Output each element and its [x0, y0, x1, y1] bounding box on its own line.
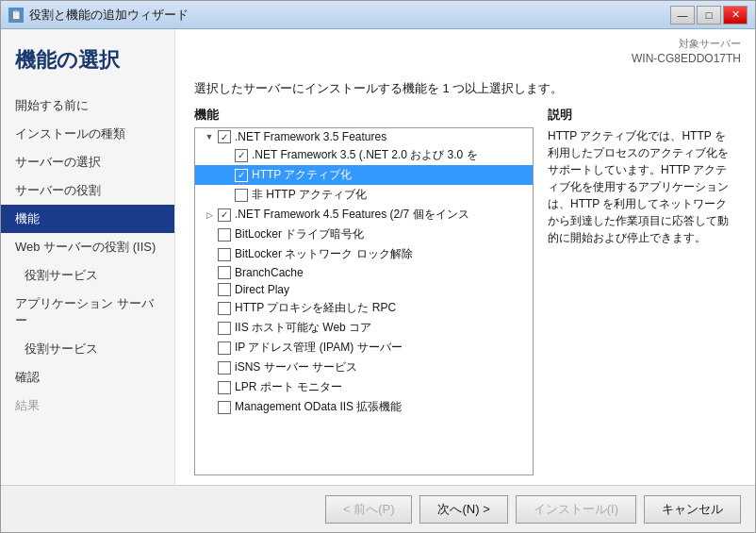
feature-item[interactable]: ▼✓.NET Framework 3.5 Features: [195, 128, 533, 145]
feature-label: Direct Play: [235, 283, 289, 296]
description-panel: 説明 HTTP アクティブ化では、HTTP を利用したプロセスのアクティブ化をサ…: [548, 107, 736, 475]
page-title: 機能の選択: [1, 48, 174, 92]
checkbox[interactable]: ✓: [218, 208, 231, 222]
features-panel: 機能 ▼✓.NET Framework 3.5 Features✓.NET Fr…: [194, 107, 534, 475]
checkbox[interactable]: ✓: [235, 149, 248, 162]
checkbox[interactable]: [218, 361, 231, 375]
close-button[interactable]: ✕: [723, 6, 748, 25]
content-header: 対象サーバー WIN-CG8EDDO17TH: [175, 29, 755, 71]
feature-label: BitLocker ドライブ暗号化: [235, 226, 364, 242]
feature-item[interactable]: BranchCache: [195, 264, 533, 281]
checkbox[interactable]: ✓: [218, 130, 231, 143]
feature-label: HTTP プロキシを経由した RPC: [235, 300, 396, 316]
checkbox[interactable]: [218, 283, 231, 296]
prev-button[interactable]: < 前へ(P): [325, 495, 413, 524]
sidebar-item[interactable]: 機能: [1, 205, 174, 233]
maximize-button[interactable]: □: [697, 6, 721, 25]
feature-label: IIS ホスト可能な Web コア: [235, 320, 371, 336]
checkbox[interactable]: [218, 381, 231, 394]
checkbox[interactable]: [218, 401, 231, 414]
content-body: 選択したサーバーにインストールする機能を 1 つ以上選択します。 機能 ▼✓.N…: [175, 71, 755, 485]
feature-label: iSNS サーバー サービス: [235, 359, 357, 375]
minimize-button[interactable]: —: [670, 6, 695, 25]
features-list[interactable]: ▼✓.NET Framework 3.5 Features✓.NET Frame…: [194, 127, 534, 475]
feature-label: BranchCache: [235, 266, 304, 279]
sidebar-item[interactable]: インストールの種類: [1, 120, 174, 148]
sidebar-item[interactable]: 開始する前に: [1, 92, 174, 120]
feature-label: .NET Framework 3.5 (.NET 2.0 および 3.0 を: [252, 147, 478, 163]
feature-item[interactable]: ✓HTTP アクティブ化: [195, 165, 533, 185]
main-window: 📋 役割と機能の追加ウィザード — □ ✕ 機能の選択 開始する前にインストール…: [0, 0, 756, 533]
title-bar: 📋 役割と機能の追加ウィザード — □ ✕: [1, 1, 755, 29]
cancel-button[interactable]: キャンセル: [644, 495, 741, 524]
expand-icon[interactable]: ▼: [203, 130, 216, 143]
sidebar-item[interactable]: Web サーバーの役割 (IIS): [1, 233, 174, 261]
checkbox[interactable]: [218, 228, 231, 242]
sidebar: 機能の選択 開始する前にインストールの種類サーバーの選択サーバーの役割機能Web…: [1, 29, 175, 485]
sidebar-item[interactable]: 確認: [1, 363, 174, 391]
feature-item[interactable]: ✓.NET Framework 3.5 (.NET 2.0 および 3.0 を: [195, 145, 533, 165]
features-label: 機能: [194, 107, 534, 124]
checkbox[interactable]: [218, 341, 231, 355]
feature-item[interactable]: 非 HTTP アクティブ化: [195, 185, 533, 205]
sidebar-item: 結果: [1, 391, 174, 420]
feature-item[interactable]: Direct Play: [195, 281, 533, 298]
feature-label: BitLocker ネットワーク ロック解除: [235, 246, 413, 262]
content-columns: 機能 ▼✓.NET Framework 3.5 Features✓.NET Fr…: [194, 107, 736, 475]
title-bar-buttons: — □ ✕: [670, 6, 748, 25]
checkbox[interactable]: [218, 266, 231, 279]
checkbox[interactable]: [218, 322, 231, 335]
feature-label: .NET Framework 3.5 Features: [235, 130, 386, 143]
checkbox[interactable]: [218, 302, 231, 315]
feature-item[interactable]: Management OData IIS 拡張機能: [195, 397, 533, 417]
feature-item[interactable]: BitLocker ドライブ暗号化: [195, 225, 533, 244]
description-label: 説明: [548, 107, 736, 124]
sidebar-item[interactable]: サーバーの役割: [1, 176, 174, 205]
window-icon: 📋: [8, 8, 24, 23]
feature-label: LPR ポート モニター: [235, 379, 342, 395]
feature-label: HTTP アクティブ化: [252, 167, 352, 183]
feature-label: IP アドレス管理 (IPAM) サーバー: [235, 340, 403, 356]
sidebar-item[interactable]: サーバーの選択: [1, 148, 174, 176]
main-content: 機能の選択 開始する前にインストールの種類サーバーの選択サーバーの役割機能Web…: [1, 29, 755, 485]
sidebar-item[interactable]: 役割サービス: [1, 261, 174, 290]
feature-item[interactable]: LPR ポート モニター: [195, 377, 533, 397]
feature-label: 非 HTTP アクティブ化: [252, 187, 367, 203]
feature-item[interactable]: HTTP プロキシを経由した RPC: [195, 298, 533, 318]
bottom-bar: < 前へ(P) 次へ(N) > インストール(I) キャンセル: [1, 485, 755, 532]
server-info: 対象サーバー WIN-CG8EDDO17TH: [632, 37, 741, 67]
checkbox[interactable]: [235, 189, 248, 202]
server-label: 対象サーバー: [632, 37, 741, 51]
title-bar-left: 📋 役割と機能の追加ウィザード: [8, 7, 189, 24]
expand-icon[interactable]: ▷: [203, 208, 216, 222]
checkbox[interactable]: [218, 248, 231, 261]
next-button[interactable]: 次へ(N) >: [419, 495, 507, 524]
feature-label: .NET Framework 4.5 Features (2/7 個をインス: [235, 207, 469, 223]
feature-item[interactable]: iSNS サーバー サービス: [195, 358, 533, 377]
feature-item[interactable]: IP アドレス管理 (IPAM) サーバー: [195, 338, 533, 358]
feature-item[interactable]: BitLocker ネットワーク ロック解除: [195, 244, 533, 264]
content-area: 対象サーバー WIN-CG8EDDO17TH 選択したサーバーにインストールする…: [175, 29, 755, 485]
checkbox[interactable]: ✓: [235, 169, 248, 182]
feature-item[interactable]: ▷✓.NET Framework 4.5 Features (2/7 個をインス: [195, 205, 533, 225]
sidebar-item[interactable]: アプリケーション サーバー: [1, 290, 174, 335]
server-name: WIN-CG8EDDO17TH: [632, 51, 741, 67]
install-button[interactable]: インストール(I): [516, 495, 636, 524]
feature-label: Management OData IIS 拡張機能: [235, 399, 402, 415]
instruction-text: 選択したサーバーにインストールする機能を 1 つ以上選択します。: [194, 80, 736, 97]
feature-item[interactable]: IIS ホスト可能な Web コア: [195, 318, 533, 338]
description-text: HTTP アクティブ化では、HTTP を利用したプロセスのアクティブ化をサポート…: [548, 127, 736, 246]
sidebar-item[interactable]: 役割サービス: [1, 335, 174, 363]
window-title: 役割と機能の追加ウィザード: [29, 7, 189, 24]
